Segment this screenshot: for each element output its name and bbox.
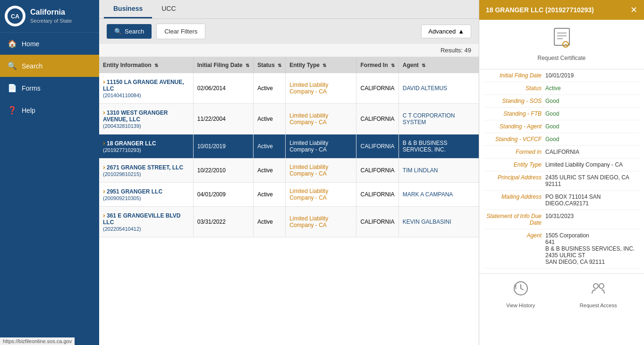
cell-formed-in: CALIFORNIA	[356, 207, 398, 237]
tab-ucc[interactable]: UCC	[152, 0, 185, 18]
cell-agent: MARK A CAMPANA	[398, 183, 479, 207]
state-name: California	[30, 8, 72, 17]
cell-entity-type: Limited Liability Company - CA	[286, 207, 356, 237]
request-access-label: Request Access	[580, 303, 617, 308]
chevron-up-icon: ▲	[458, 28, 464, 35]
cell-entity-info: › 2671 GRANGE STREET, LLC(201029810215)	[99, 159, 193, 183]
cell-status: Active	[254, 159, 286, 183]
cell-entity-info: › 18 GRANGER LLC(201927710293)	[99, 135, 193, 159]
sidebar-nav: 🏠 Home 🔍 Search 📄 Forms ❓ Help	[0, 33, 99, 121]
advanced-button[interactable]: Advanced ▲	[421, 25, 471, 38]
detail-field-label: Standing - VCFCF	[484, 136, 545, 143]
table-row[interactable]: › 361 E GRANGEVILLE BLVD LLC(20220541041…	[99, 207, 479, 237]
entity-name-link[interactable]: 361 E GRANGEVILLE BLVD LLC(202205410412)	[103, 212, 181, 232]
request-access-action[interactable]: Request Access	[580, 280, 617, 308]
detail-field-label: Mailing Address	[484, 194, 545, 207]
close-detail-button[interactable]: ✕	[630, 6, 637, 14]
row-expand-arrow[interactable]: ›	[103, 109, 105, 116]
sidebar-item-help[interactable]: ❓ Help	[0, 99, 99, 121]
detail-field-value: CALIFORNIA	[545, 149, 639, 155]
help-icon: ❓	[8, 106, 17, 115]
entity-name-link[interactable]: 11150 LA GRANGE AVENUE, LLC(201404110084…	[103, 79, 184, 99]
col-status[interactable]: Status ⇅	[254, 57, 286, 73]
cell-filing-date: 10/01/2019	[193, 135, 253, 159]
tab-business[interactable]: Business	[104, 0, 152, 18]
detail-field-label: Standing - SOS	[484, 98, 545, 104]
view-history-action[interactable]: View History	[506, 280, 535, 308]
cell-agent: B & B BUSINESS SERVICES, INC.	[398, 135, 479, 159]
results-area: Results: 49 Entity Information ⇅ Initial…	[99, 44, 479, 345]
sidebar-item-search[interactable]: 🔍 Search	[0, 55, 99, 77]
col-agent[interactable]: Agent ⇅	[398, 57, 479, 73]
svg-text:★: ★	[564, 43, 567, 47]
row-expand-arrow[interactable]: ›	[103, 163, 105, 171]
col-formed-in[interactable]: Formed In ⇅	[356, 57, 398, 73]
sidebar-header: CA California Secretary of State	[0, 0, 99, 33]
detail-footer: View History Request Access	[479, 273, 644, 315]
sort-arrows-status: ⇅	[278, 63, 281, 68]
sort-arrows-formed: ⇅	[391, 63, 395, 68]
row-expand-arrow[interactable]: ›	[103, 211, 105, 219]
results-tbody: › 11150 LA GRANGE AVENUE, LLC(2014041100…	[99, 73, 479, 237]
entity-name-link[interactable]: 1310 WEST GRANGER AVENUE, LLC(2004328101…	[103, 109, 168, 129]
cell-filing-date: 02/06/2014	[193, 73, 253, 104]
detail-title: 18 GRANGER LLC (201927710293)	[486, 6, 594, 14]
row-expand-arrow[interactable]: ›	[103, 78, 105, 85]
col-entity-type[interactable]: Entity Type ⇅	[286, 57, 356, 73]
table-row[interactable]: › 18 GRANGER LLC(201927710293) 10/01/201…	[99, 135, 479, 159]
detail-row: Standing - AgentGood	[484, 120, 639, 133]
detail-row: Initial Filing Date10/01/2019	[484, 69, 639, 82]
home-icon: 🏠	[8, 39, 17, 48]
cell-entity-info: › 2951 GRANGER LLC(200909210305)	[99, 183, 193, 207]
detail-cert-section: ★ Request Certificate	[479, 20, 644, 69]
sidebar-item-forms[interactable]: 📄 Forms	[0, 77, 99, 99]
view-history-label: View History	[506, 303, 535, 308]
detail-field-label: Standing - FTB	[484, 110, 545, 117]
entity-name-link[interactable]: 2671 GRANGE STREET, LLC(201029810215)	[103, 164, 183, 177]
cert-label[interactable]: Request Certificate	[537, 55, 585, 61]
table-row[interactable]: › 2951 GRANGER LLC(200909210305) 04/01/2…	[99, 183, 479, 207]
clear-filters-button[interactable]: Clear Filters	[156, 24, 205, 39]
cell-filing-date: 10/22/2010	[193, 159, 253, 183]
row-expand-arrow[interactable]: ›	[103, 139, 105, 147]
search-icon: 🔍	[8, 61, 17, 70]
table-row[interactable]: › 1310 WEST GRANGER AVENUE, LLC(20043281…	[99, 104, 479, 135]
sort-arrows-date: ⇅	[246, 63, 249, 68]
cell-entity-type: Limited Liability Company - CA	[286, 104, 356, 135]
detail-field-label: Initial Filing Date	[484, 72, 545, 79]
cell-status: Active	[254, 104, 286, 135]
sidebar-title: California Secretary of State	[30, 8, 72, 24]
sort-arrows-agent: ⇅	[422, 63, 425, 68]
entity-name-link[interactable]: 18 GRANGER LLC(201927710293)	[103, 140, 156, 153]
entity-name-link[interactable]: 2951 GRANGER LLC(200909210305)	[103, 188, 162, 202]
detail-field-value: Limited Liability Company - CA	[545, 161, 639, 168]
sidebar-item-home[interactable]: 🏠 Home	[0, 33, 99, 55]
svg-point-10	[593, 284, 598, 288]
detail-row: Formed InCALIFORNIA	[484, 146, 639, 159]
detail-field-value: Active	[545, 85, 639, 92]
search-button[interactable]: 🔍 Search	[107, 24, 152, 39]
detail-row: Statement of Info Due Date10/31/2023	[484, 210, 639, 229]
cell-status: Active	[254, 207, 286, 237]
detail-field-value: 10/01/2019	[545, 72, 639, 79]
cell-formed-in: CALIFORNIA	[356, 135, 398, 159]
table-row[interactable]: › 11150 LA GRANGE AVENUE, LLC(2014041100…	[99, 73, 479, 104]
sidebar-help-label: Help	[22, 107, 35, 114]
col-entity-info[interactable]: Entity Information ⇅	[99, 57, 193, 73]
detail-field-label: Standing - Agent	[484, 123, 545, 130]
col-filing-date[interactable]: Initial Filing Date ⇅	[193, 57, 253, 73]
row-expand-arrow[interactable]: ›	[103, 187, 105, 195]
results-count: Results: 49	[99, 44, 479, 57]
svg-point-11	[599, 284, 604, 288]
search-toolbar: 🔍 Search Clear Filters Advanced ▲	[99, 19, 479, 44]
cell-agent: C T CORPORATION SYSTEM	[398, 104, 479, 135]
cell-entity-info: › 1310 WEST GRANGER AVENUE, LLC(20043281…	[99, 104, 193, 135]
table-row[interactable]: › 2671 GRANGE STREET, LLC(201029810215) …	[99, 159, 479, 183]
cell-entity-type: Limited Liability Company - CA	[286, 135, 356, 159]
request-access-icon	[590, 280, 606, 300]
cell-formed-in: CALIFORNIA	[356, 73, 398, 104]
url-bar: https://bizfileonline.sos.ca.gov	[0, 337, 75, 345]
detail-row: Standing - SOSGood	[484, 95, 639, 108]
detail-row: Standing - VCFCFGood	[484, 133, 639, 146]
cell-formed-in: CALIFORNIA	[356, 159, 398, 183]
